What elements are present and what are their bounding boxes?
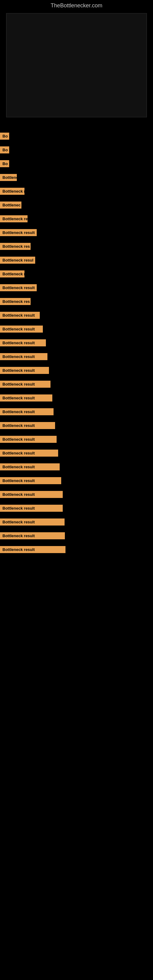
result-spacer	[0, 237, 153, 240]
bottleneck-result-label: Bottleneck res	[0, 298, 30, 305]
site-title: TheBottlenecker.com	[0, 0, 153, 10]
result-spacer	[0, 223, 153, 227]
bottleneck-result-label: Bottleneck result	[0, 408, 54, 415]
result-spacer	[0, 264, 153, 268]
bottleneck-result-label: Bottleneck result	[0, 353, 48, 360]
result-spacer	[0, 416, 153, 420]
bottleneck-result-label: Bottleneck result	[0, 477, 61, 484]
result-row: Bottleneck r	[0, 188, 153, 199]
result-row: Bottleneck result	[0, 353, 153, 364]
result-spacer	[0, 361, 153, 364]
bottleneck-result-label: Bottleneck result	[0, 395, 52, 401]
bottleneck-result-label: Bottleneck result	[0, 450, 58, 457]
result-spacer	[0, 305, 153, 309]
result-spacer	[0, 209, 153, 213]
result-row: Bottleneck resul	[0, 257, 153, 268]
result-row: Bottleneck result	[0, 491, 153, 502]
result-row: Bottleneck res	[0, 298, 153, 309]
result-spacer	[0, 526, 153, 530]
bottleneck-result-label: Bottleneck result	[0, 422, 55, 429]
result-spacer	[0, 444, 153, 447]
result-spacer	[0, 430, 153, 433]
result-spacer	[0, 512, 153, 516]
bottleneck-result-label: Bottleneck result	[0, 381, 51, 388]
result-row: Bo	[0, 160, 153, 172]
result-row: Bottleneck result	[0, 367, 153, 378]
bottleneck-result-label: Bottleneck result	[0, 546, 65, 553]
bottleneck-result-label: Bottleneck result	[0, 339, 46, 346]
result-row: Bottleneck result	[0, 395, 153, 406]
result-spacer	[0, 402, 153, 406]
result-spacer	[0, 471, 153, 475]
result-row: Bottleneck result	[0, 312, 153, 323]
result-row: Bottleneck result	[0, 381, 153, 392]
results-container: BoBoBoBottleneBottleneck rBottlenecBottl…	[0, 133, 153, 557]
result-spacer	[0, 140, 153, 144]
result-row: Bottleneck result	[0, 326, 153, 337]
bottleneck-result-label: Bottleneck result	[0, 436, 57, 443]
bottleneck-result-label: Bottleneck result	[0, 312, 40, 319]
result-spacer	[0, 168, 153, 172]
bottleneck-result-label: Bottleneck result	[0, 326, 43, 332]
result-row: Bo	[0, 133, 153, 144]
result-spacer	[0, 320, 153, 323]
bottleneck-result-label: Bottleneck result	[0, 284, 37, 291]
result-row: Bottleneck result	[0, 450, 153, 461]
result-spacer	[0, 292, 153, 296]
result-row: Bottleneck res	[0, 243, 153, 254]
result-spacer	[0, 388, 153, 392]
result-row: Bottleneck result	[0, 229, 153, 240]
bottleneck-result-label: Bottleneck result	[0, 229, 37, 236]
result-row: Bottleneck result	[0, 339, 153, 351]
result-row: Bo	[0, 146, 153, 158]
result-spacer	[0, 457, 153, 461]
bottleneck-result-label: Bottleneck re	[0, 215, 27, 222]
result-spacer	[0, 181, 153, 185]
result-row: Bottlenec	[0, 202, 153, 213]
chart-area	[0, 13, 153, 130]
result-row: Bottleneck result	[0, 408, 153, 420]
result-row: Bottleneck result	[0, 284, 153, 296]
bottleneck-result-label: Bottlenec	[0, 202, 21, 208]
bottleneck-result-label: Bottleneck result	[0, 505, 63, 512]
bottleneck-result-label: Bottleneck r	[0, 270, 24, 277]
result-spacer	[0, 333, 153, 337]
result-row: Bottleneck result	[0, 422, 153, 433]
bottleneck-result-label: Bottleneck result	[0, 367, 49, 374]
result-spacer	[0, 485, 153, 488]
bottleneck-result-label: Bo	[0, 160, 9, 167]
result-row: Bottleneck result	[0, 546, 153, 557]
result-spacer	[0, 278, 153, 282]
bottleneck-result-label: Bottleneck result	[0, 463, 60, 470]
result-row: Bottleneck r	[0, 270, 153, 282]
result-spacer	[0, 347, 153, 351]
bottleneck-result-label: Bottleneck resul	[0, 257, 35, 264]
result-spacer	[0, 196, 153, 199]
chart-inner	[6, 13, 147, 117]
bottleneck-result-label: Bottlene	[0, 174, 17, 181]
result-spacer	[0, 154, 153, 158]
bottleneck-result-label: Bottleneck r	[0, 188, 24, 195]
result-spacer	[0, 540, 153, 544]
bottleneck-result-label: Bottleneck result	[0, 519, 65, 525]
result-row: Bottlene	[0, 174, 153, 185]
bottleneck-result-label: Bottleneck res	[0, 243, 30, 250]
result-row: Bottleneck result	[0, 463, 153, 475]
result-spacer	[0, 375, 153, 378]
bottleneck-result-label: Bottleneck result	[0, 532, 65, 539]
result-row: Bottleneck result	[0, 477, 153, 488]
bottleneck-result-label: Bo	[0, 146, 9, 153]
result-row: Bottleneck result	[0, 505, 153, 516]
result-spacer	[0, 499, 153, 502]
result-row: Bottleneck re	[0, 215, 153, 227]
result-row: Bottleneck result	[0, 532, 153, 544]
result-row: Bottleneck result	[0, 436, 153, 447]
result-spacer	[0, 554, 153, 557]
bottleneck-result-label: Bo	[0, 133, 9, 140]
result-row: Bottleneck result	[0, 519, 153, 530]
bottleneck-result-label: Bottleneck result	[0, 491, 63, 498]
result-spacer	[0, 250, 153, 254]
